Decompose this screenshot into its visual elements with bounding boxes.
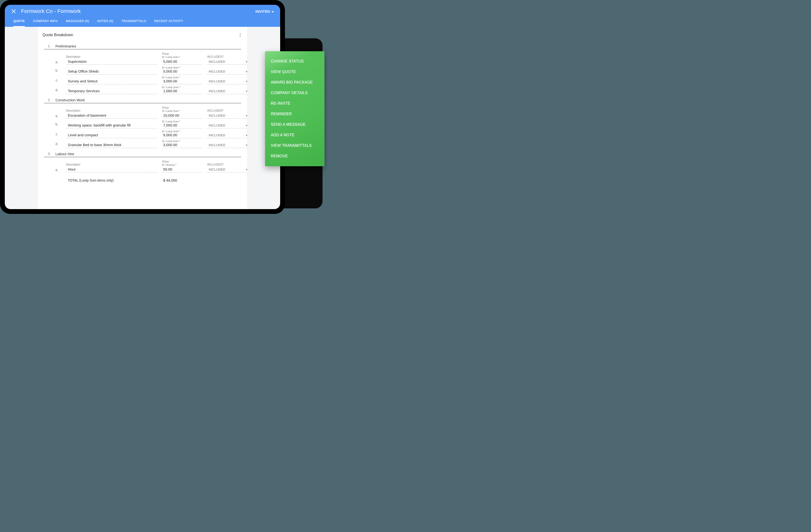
section-number: 2.	[44, 98, 51, 102]
item-price: $ / Lump Sum *1,000.00	[162, 86, 202, 94]
tab-recent-activity[interactable]: RECENT ACTIVITY	[154, 19, 183, 27]
tablet-device: Formwork Co - Formwork INVITED QUOTE COM…	[0, 0, 285, 214]
menu-remove[interactable]: REMOVE	[265, 151, 324, 162]
item-description[interactable]: Survey and Setout	[66, 79, 157, 84]
col-description: Description	[66, 55, 157, 58]
app-header: Formwork Co - Formwork INVITED QUOTE COM…	[5, 5, 280, 27]
column-headers: Description Price $ / Hour(s) * INCLUDED…	[53, 159, 241, 167]
item-description[interactable]: Granular Bed to base 30mm thick	[66, 143, 157, 148]
col-price: Price	[162, 52, 202, 56]
line-item: a. Hour 50.00 INCLUDED▼	[53, 167, 241, 173]
svg-point-2	[240, 36, 240, 37]
header-top: Formwork Co - Formwork INVITED	[5, 5, 280, 16]
included-select[interactable]: INCLUDED▼	[208, 70, 247, 75]
section-row: 1. Preliminaries	[44, 44, 241, 49]
item-price: 10,000.00	[162, 113, 202, 119]
total-row: TOTAL (Lump Sum items only) $ 44,000	[53, 178, 241, 183]
item-letter: d.	[53, 142, 58, 146]
line-item: a. Supervision 5,000.00 INCLUDED▼	[53, 59, 241, 65]
included-select[interactable]: INCLUDED▼	[208, 89, 247, 94]
included-select[interactable]: INCLUDED▼	[208, 79, 247, 84]
item-price: $ / Lump Sum *3,000.00	[162, 76, 202, 84]
status-label: INVITED	[256, 9, 270, 13]
total-value: $ 44,000	[162, 178, 202, 182]
item-description[interactable]: Level and compact	[66, 133, 157, 138]
col-included: INCLUDED?	[208, 163, 247, 166]
col-price: Price	[162, 106, 202, 109]
item-description[interactable]: Supervision	[66, 59, 157, 65]
tablet-screen: Formwork Co - Formwork INVITED QUOTE COM…	[5, 5, 280, 209]
item-description[interactable]: Hour	[66, 167, 157, 172]
included-select[interactable]: INCLUDED▼	[208, 168, 247, 172]
tab-notes[interactable]: NOTES (0)	[97, 19, 113, 27]
card-header: Quote Breakdown	[43, 33, 243, 37]
line-item: c. Survey and Setout $ / Lump Sum *3,000…	[53, 75, 241, 85]
line-item: b. Setup Office Sheds $ / Lump Sum *5,00…	[53, 66, 241, 75]
sections: 1. Preliminaries Description Price $ / L…	[43, 44, 243, 183]
tab-messages[interactable]: MESSAGES (0)	[66, 19, 89, 27]
section-title: Labour Hire	[56, 152, 74, 156]
column-headers: Description Price $ / Lump Sum * INCLUDE…	[53, 106, 241, 113]
tab-company-info[interactable]: COMPANY INFO	[33, 19, 58, 27]
menu-view-quote[interactable]: VIEW QUOTE	[265, 66, 324, 77]
line-item: a. Excavation of basement 10,000.00 INCL…	[53, 113, 241, 119]
caret-down-icon: ▼	[245, 168, 247, 171]
item-letter: c.	[53, 78, 58, 82]
status-dropdown[interactable]: INVITED	[256, 9, 274, 13]
included-select[interactable]: INCLUDED▼	[208, 133, 247, 138]
column-headers: Description Price $ / Lump Sum * INCLUDE…	[53, 52, 241, 59]
menu-award-bid-package[interactable]: AWARD BID PACKAGE	[265, 77, 324, 88]
line-item: c. Level and compact $ / Lump Sum *9,000…	[53, 130, 241, 139]
menu-change-status[interactable]: CHANGE STATUS	[265, 56, 324, 66]
more-vert-icon[interactable]	[238, 33, 243, 37]
menu-reminder[interactable]: REMINDER	[265, 109, 324, 119]
col-description: Description	[66, 109, 157, 112]
caret-down-icon: ▼	[245, 134, 247, 137]
caret-down-icon: ▼	[245, 90, 247, 93]
caret-down-icon: ▼	[245, 70, 247, 73]
caret-down-icon: ▼	[245, 80, 247, 83]
col-included: INCLUDED?	[208, 55, 247, 58]
item-letter: a.	[53, 60, 58, 64]
menu-view-transmittals[interactable]: VIEW TRANSMITTALS	[265, 140, 324, 151]
section-row: 2. Construction Work	[44, 98, 241, 103]
included-select[interactable]: INCLUDED▼	[208, 60, 247, 65]
tabs: QUOTE COMPANY INFO MESSAGES (0) NOTES (0…	[5, 16, 280, 27]
section-row: 3. Labour Hire	[44, 152, 241, 157]
item-description[interactable]: Excavation of basement	[66, 113, 157, 119]
menu-re-invite[interactable]: RE-INVITE	[265, 98, 324, 109]
item-description[interactable]: Setup Office Sheds	[66, 69, 157, 75]
section-title: Construction Work	[56, 98, 85, 102]
item-letter: b.	[53, 122, 58, 126]
col-price: Price	[162, 160, 202, 163]
item-price: 50.00	[162, 167, 202, 172]
item-description[interactable]: Temporary Services	[66, 89, 157, 94]
content-area: Quote Breakdown 1. Preliminaries Descrip…	[5, 27, 280, 209]
action-menu: CHANGE STATUS VIEW QUOTE AWARD BID PACKA…	[265, 51, 324, 166]
close-icon[interactable]	[11, 9, 16, 14]
item-letter: a.	[53, 168, 58, 172]
price-unit: $ / Hour(s) *	[162, 163, 202, 166]
item-price: 5,000.00	[162, 59, 202, 65]
tab-quote[interactable]: QUOTE	[13, 19, 25, 27]
item-letter: b.	[53, 69, 58, 72]
tab-transmittals[interactable]: TRANSMITTALS	[121, 19, 146, 27]
line-item: d. Temporary Services $ / Lump Sum *1,00…	[53, 85, 241, 95]
included-select[interactable]: INCLUDED▼	[208, 124, 247, 128]
menu-send-a-message[interactable]: SEND A MESSAGE	[265, 119, 324, 130]
section-number: 3.	[44, 152, 51, 156]
item-description[interactable]: Working space, backfill with granular fi…	[66, 123, 157, 128]
menu-add-a-note[interactable]: ADD A NOTE	[265, 130, 324, 140]
total-label: TOTAL (Lump Sum items only)	[66, 179, 157, 182]
caret-down-icon: ▼	[245, 124, 247, 127]
caret-down-icon: ▼	[245, 144, 247, 147]
line-item: d. Granular Bed to base 30mm thick $ / L…	[53, 139, 241, 149]
menu-company-details[interactable]: COMPANY DETAILS	[265, 88, 324, 98]
included-select[interactable]: INCLUDED▼	[208, 143, 247, 148]
item-price: $ / Lump Sum *5,000.00	[162, 66, 202, 75]
caret-down-icon: ▼	[245, 60, 247, 63]
quote-breakdown-card: Quote Breakdown 1. Preliminaries Descrip…	[38, 27, 247, 209]
price-unit: $ / Lump Sum *	[162, 109, 202, 112]
included-select[interactable]: INCLUDED▼	[208, 114, 247, 119]
svg-point-0	[240, 33, 240, 34]
